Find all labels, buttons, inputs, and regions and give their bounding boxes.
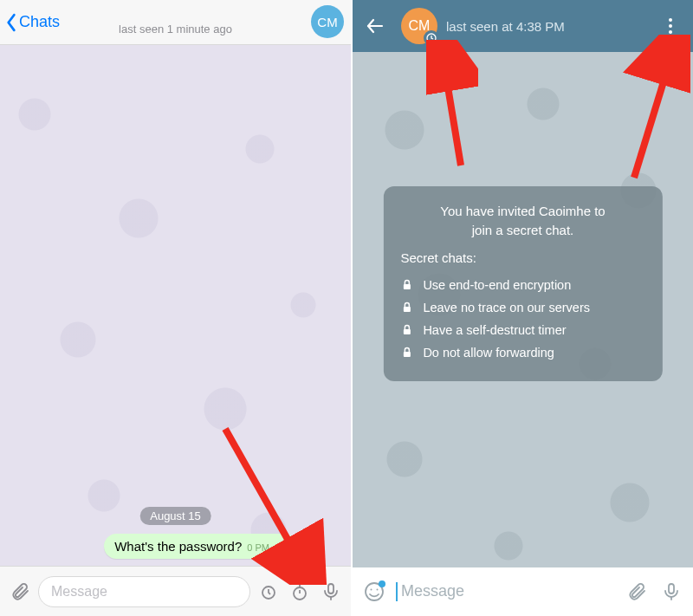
android-header: CM last seen at 4:38 PM [353,0,693,52]
lock-icon [400,347,412,359]
input-placeholder: Message [401,582,464,600]
ios-header: Chats last seen 1 minute ago CM [0,0,351,45]
arrow-left-icon [365,16,385,36]
svg-point-15 [377,589,379,591]
stopwatch-button[interactable] [287,579,313,605]
message-text: What's the password? [114,539,242,554]
contact-avatar[interactable]: CM [401,8,437,44]
message-time: 0 PM [247,542,269,553]
clock-icon [426,33,437,43]
input-placeholder: Message [51,584,107,600]
svg-rect-11 [403,329,410,334]
more-options-button[interactable] [653,9,688,43]
svg-rect-10 [403,307,410,312]
secret-chat-badge [424,30,439,46]
attach-button[interactable] [624,579,650,605]
sticker-button[interactable] [361,579,387,605]
svg-point-14 [371,589,372,591]
svg-rect-12 [403,352,410,357]
notification-dot-icon [379,580,385,587]
stopwatch-icon [289,581,310,602]
feature-text: Have a self-destruct timer [423,323,566,337]
secret-chat-feature: Leave no trace on our servers [400,296,644,319]
message-input[interactable]: Message [396,582,615,601]
timer-icon [258,581,279,602]
back-button[interactable] [358,9,392,43]
secret-chat-feature: Do not allow forwarding [400,341,644,364]
self-destruct-timer-button[interactable] [256,579,282,605]
chat-background [0,45,351,566]
paperclip-icon [626,581,647,602]
android-chat-screen: CM last seen at 4:38 PM You have invited… [351,0,693,616]
svg-point-6 [669,18,672,22]
secret-chat-feature: Use end-to-end encryption [400,274,644,296]
microphone-icon [661,581,682,602]
feature-text: Leave no trace on our servers [423,301,590,314]
attach-button[interactable] [7,579,33,605]
voice-message-button[interactable] [658,579,684,605]
more-vertical-icon [660,16,681,36]
text-cursor-icon [396,582,398,601]
contact-avatar[interactable]: CM [311,5,344,38]
chevron-left-icon [5,13,17,32]
lock-icon [400,279,412,291]
voice-message-button[interactable] [318,579,344,605]
secret-chat-title: You have invited Caoimhe to join a secre… [400,202,644,240]
title-line: You have invited Caoimhe to [440,204,605,218]
android-input-bar: Message [353,567,693,616]
chat-status: last seen at 4:38 PM [446,19,644,34]
outgoing-message[interactable]: What's the password? 0 PM ✓✓ [104,534,297,559]
paperclip-icon [10,581,30,602]
back-label: Chats [19,13,60,31]
lock-icon [400,324,412,336]
feature-text: Use end-to-end encryption [423,278,571,292]
ios-chat-screen: Chats last seen 1 minute ago CM August 1… [0,0,351,616]
title-line: join a secret chat. [472,223,574,237]
secret-chat-subheading: Secret chats: [400,250,644,265]
svg-rect-9 [403,284,410,289]
microphone-icon [321,581,341,602]
lock-icon [400,302,412,314]
read-receipt-icon: ✓✓ [275,541,287,554]
svg-rect-16 [669,584,674,593]
svg-rect-2 [328,584,334,593]
avatar-initials: CM [317,15,337,29]
secret-chat-feature: Have a self-destruct timer [400,319,644,341]
message-input[interactable]: Message [38,576,250,607]
back-button[interactable]: Chats [0,13,60,32]
feature-text: Do not allow forwarding [423,346,554,360]
secret-chat-info-card: You have invited Caoimhe to join a secre… [383,186,662,381]
svg-point-8 [669,30,672,34]
ios-input-bar: Message [0,566,351,616]
date-separator: August 15 [139,507,211,525]
svg-point-7 [669,24,672,28]
